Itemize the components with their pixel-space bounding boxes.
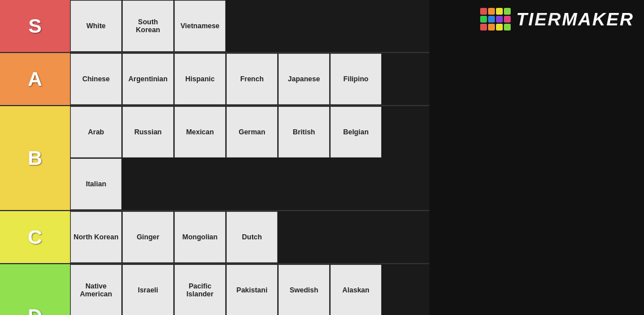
tier-item: Pacific Islander [175,265,225,315]
header-bar: TiERMAKER [429,0,644,315]
tier-items-b: ArabRussianMexicanGermanBritishBelgianIt… [70,106,429,210]
tier-item: Dutch [227,212,277,262]
logo-grid-cell [496,16,503,23]
tier-item: German [227,107,277,158]
tier-item: Mexican [175,107,225,158]
tier-item: British [279,107,329,158]
tier-item: Native American [71,265,121,315]
tier-item: Ginger [123,212,173,262]
logo-grid-cell [488,24,495,30]
logo-grid-cell [480,16,487,23]
logo-text: TiERMAKER [516,9,634,30]
tier-item: Israeli [123,265,173,315]
logo-grid-cell [488,16,495,23]
tier-item: Pakistani [227,265,277,315]
tier-item: Argentinian [123,54,173,104]
logo-grid-cell [496,8,503,15]
tier-label-b: B [0,106,70,210]
logo-grid-cell [504,16,511,23]
logo-grid-cell [504,8,511,15]
tier-label-c: C [0,211,70,263]
tier-row-d: DNative AmericanIsraeliPacific IslanderP… [0,264,429,315]
logo-grid-cell [480,24,487,30]
tier-item: Russian [123,107,173,158]
tier-row-a: AChineseArgentinianHispanicFrenchJapanes… [0,53,429,106]
tier-label-a: A [0,53,70,105]
tier-item: Vietnamese [175,1,225,51]
tier-item: Hispanic [175,54,225,104]
tiermaker-logo: TiERMAKER [480,8,634,30]
tier-row-b: BArabRussianMexicanGermanBritishBelgianI… [0,106,429,211]
tier-row-c: CNorth KoreanGingerMongolianDutch [0,211,429,264]
tier-label-d: D [0,264,70,315]
tier-items-s: WhiteSouth KoreanVietnamese [70,0,429,52]
tier-item: Alaskan [330,265,381,315]
tier-items-c: North KoreanGingerMongolianDutch [70,211,429,263]
tier-item: White [71,1,121,51]
logo-grid-icon [480,8,511,30]
tier-items-a: ChineseArgentinianHispanicFrenchJapanese… [70,53,429,105]
page-container: SWhiteSouth KoreanVietnameseAChineseArge… [0,0,644,315]
tier-item: Chinese [71,54,121,104]
logo-grid-cell [488,8,495,15]
tier-row-s: SWhiteSouth KoreanVietnamese [0,0,429,53]
tier-item: Filipino [330,54,381,104]
tier-item: North Korean [71,212,121,262]
logo-grid-cell [480,8,487,15]
tier-item: Arab [71,107,121,158]
tier-list: SWhiteSouth KoreanVietnameseAChineseArge… [0,0,429,315]
logo-grid-cell [504,24,511,30]
tier-item: French [227,54,277,104]
tier-item: Swedish [279,265,329,315]
tier-item: Belgian [330,107,381,158]
tier-label-s: S [0,0,70,52]
tier-item: South Korean [123,1,173,51]
tier-item: Japanese [279,54,329,104]
logo-grid-cell [496,24,503,30]
tier-item: Mongolian [175,212,225,262]
tier-item: Italian [71,159,121,209]
tier-items-d: Native AmericanIsraeliPacific IslanderPa… [70,264,429,315]
